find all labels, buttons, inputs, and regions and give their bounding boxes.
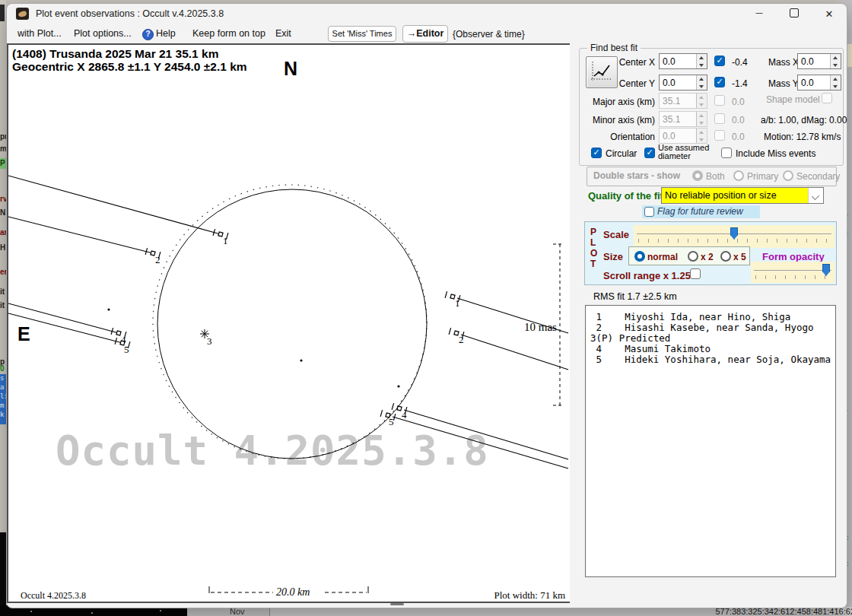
center-x-label: Center X <box>580 57 655 68</box>
up-arrow-icon <box>697 112 707 119</box>
form-opacity-label: Form opacity <box>762 251 825 262</box>
form-opacity-slider-thumb[interactable] <box>822 264 830 276</box>
size-x5-label: x 5 <box>733 252 746 262</box>
fitted-circle <box>157 189 427 459</box>
editor-button[interactable]: →Editor <box>402 25 448 43</box>
plot-dot <box>300 359 302 361</box>
orientation-label: Orientation <box>580 132 655 142</box>
center-x-spinner[interactable]: 0.0 <box>659 53 707 69</box>
bg-fragment: 0 <box>0 364 6 373</box>
bg-fragment: a <box>0 383 6 392</box>
fit-center-y-checkbox[interactable] <box>714 77 725 87</box>
observer-row[interactable]: 4 Masumi Takimoto <box>590 343 835 354</box>
up-arrow-icon <box>697 94 707 101</box>
window-title: Plot event observations : Occult v.4.202… <box>36 8 224 19</box>
form-opacity-slider[interactable] <box>751 262 835 283</box>
center-y-residual: -1.4 <box>732 78 748 89</box>
major-residual: 0.0 <box>732 97 745 107</box>
mass-y-label: Mass Y <box>768 78 799 89</box>
mass-x-value: 0.0 <box>798 54 830 68</box>
double-stars-title: Double stars - show <box>593 170 680 181</box>
observer-time-label: {Observer & time} <box>453 29 525 40</box>
size-x5-radio[interactable] <box>720 251 731 262</box>
menu-keep-on-top[interactable]: Keep form on top <box>192 28 265 39</box>
chevron-down-icon[interactable] <box>808 188 823 203</box>
include-miss-events-label: Include Miss events <box>736 148 815 159</box>
size-label: Size <box>603 251 623 262</box>
mass-x-arrows[interactable] <box>830 54 841 68</box>
bg-fragment: k <box>0 411 6 420</box>
bg-corner-fragment <box>0 5 5 21</box>
predicted-label: 3 <box>207 335 212 347</box>
menu-help[interactable]: Help <box>156 28 176 39</box>
center-x-arrows[interactable] <box>696 54 707 68</box>
app-icon <box>16 8 29 20</box>
minor-residual: 0.0 <box>732 115 745 125</box>
orientation-residual: 0.0 <box>732 132 745 142</box>
mass-y-arrows[interactable] <box>830 75 841 90</box>
size-x2-radio[interactable] <box>688 251 698 262</box>
include-miss-events-checkbox[interactable] <box>721 148 732 158</box>
center-x-residual: -0.4 <box>732 57 748 68</box>
menu-with-plot[interactable]: with Plot... <box>17 28 62 39</box>
minimize-icon[interactable] <box>742 4 777 24</box>
use-assumed-diameter-checkbox[interactable] <box>644 148 655 158</box>
quality-dropdown[interactable]: No reliable position or size <box>661 187 824 204</box>
title-bar: Plot event observations : Occult v.4.202… <box>7 4 847 24</box>
scroll-range-checkbox[interactable] <box>690 268 701 279</box>
double-stars-primary-radio <box>733 170 744 181</box>
bg-fragment: pr <box>0 132 6 141</box>
plot-geocentric: Geocentric X 2865.8 ±1.1 Y 2454.0 ±2.1 k… <box>12 60 247 73</box>
center-y-arrows[interactable] <box>696 75 707 90</box>
mass-x-spinner[interactable]: 0.0 <box>797 53 841 69</box>
major-axis-spinner: 35.1 <box>659 93 707 109</box>
down-arrow-icon <box>697 83 707 90</box>
down-arrow-icon <box>697 101 707 109</box>
slider-ticks <box>638 239 831 243</box>
speck <box>30 611 32 612</box>
app-window: Plot event observations : Occult v.4.202… <box>6 3 847 608</box>
mas-label: 10 mas <box>524 321 557 333</box>
rms-fit-label: RMS fit 1.7 ±2.5 km <box>593 291 677 302</box>
control-panel: Find best fit Center X 0.0 -0.4 Mass X <box>575 45 847 603</box>
center-y-spinner[interactable]: 0.0 <box>659 75 707 90</box>
observer-row[interactable]: 3(P) Predicted <box>590 332 835 343</box>
plot-version-label: Occult 4.2025.3.8 <box>21 590 86 601</box>
bg-fragment: P <box>0 159 6 167</box>
svg-text:2: 2 <box>459 334 464 345</box>
mass-x-label: Mass X <box>768 57 799 68</box>
help-icon[interactable] <box>142 29 154 40</box>
fit-center-x-checkbox[interactable] <box>714 56 725 66</box>
plot-letter: L <box>590 237 596 248</box>
window-resize-grip[interactable] <box>390 603 404 605</box>
observer-list[interactable]: 1 Miyoshi Ida, near Hino, Shiga 2 Hisash… <box>585 305 836 577</box>
major-axis-label: Major axis (km) <box>580 97 655 107</box>
minor-axis-value: 35.1 <box>660 112 696 126</box>
down-arrow-icon <box>697 62 707 69</box>
circular-checkbox[interactable] <box>591 148 602 158</box>
double-stars-both-label: Both <box>706 171 725 182</box>
scale-slider-thumb[interactable] <box>730 227 738 240</box>
observer-row[interactable]: 1 Miyoshi Ida, near Hino, Shiga <box>590 311 835 322</box>
menu-exit[interactable]: Exit <box>275 28 291 39</box>
bg-selected-rows: s a li m k <box>0 374 6 424</box>
mass-y-spinner[interactable]: 0.0 <box>797 75 841 90</box>
size-x2-label: x 2 <box>701 252 714 262</box>
fit-minor-checkbox <box>714 113 725 124</box>
menu-plot-options[interactable]: Plot options... <box>74 28 132 39</box>
occultation-plot[interactable]: (1408) Trusanda 2025 Mar 21 35.1 km Geoc… <box>7 43 570 603</box>
maximize-icon[interactable] <box>777 4 812 24</box>
close-icon[interactable] <box>812 4 847 24</box>
size-normal-radio[interactable] <box>634 251 645 262</box>
observer-row[interactable]: 5 Hideki Yoshihara, near Soja, Okayama <box>590 354 835 364</box>
down-arrow-icon <box>697 119 707 127</box>
scale-slider[interactable] <box>634 225 835 248</box>
set-miss-times-button[interactable]: Set 'Miss' Times <box>328 26 396 42</box>
flag-review-checkbox[interactable] <box>644 207 654 217</box>
down-arrow-icon <box>831 62 841 69</box>
slider-track <box>754 270 831 271</box>
observer-row[interactable]: 2 Hisashi Kasebe, near Sanda, Hyogo <box>590 322 835 332</box>
bg-dark-area <box>0 532 6 616</box>
svg-text:2: 2 <box>155 254 161 265</box>
quality-value: No reliable position or size <box>662 188 808 203</box>
